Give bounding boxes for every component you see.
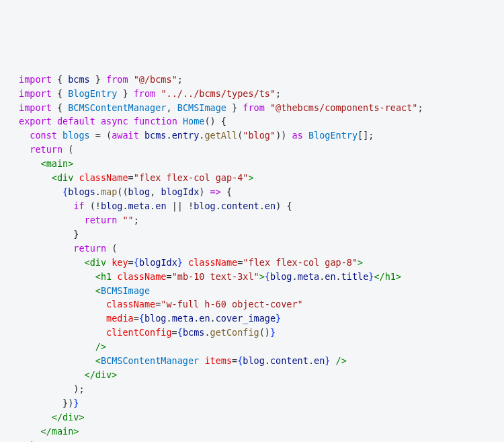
punct: } [90, 74, 106, 85]
string: "flex flex-col gap-4" [134, 172, 249, 183]
jsx-close: > [112, 369, 117, 380]
attr-classname: className [79, 172, 128, 183]
ident-content: content [221, 200, 259, 211]
indent [19, 327, 106, 338]
punct: = [128, 257, 134, 268]
code-block: import { bcms } from "@/bcms"; import { … [19, 73, 485, 442]
indent [19, 355, 95, 366]
brace: } [276, 313, 281, 324]
brace: { [265, 271, 270, 282]
jsx-tag-bcmsimage: BCMSImage [101, 285, 150, 296]
keyword-from: from [106, 74, 128, 85]
jsx-tag-main: main [52, 426, 74, 437]
string: "" [122, 215, 133, 225]
param-blogidx: blogIdx [161, 186, 199, 197]
ident-en: en [325, 271, 335, 282]
string: "w-full h-60 object-cover" [161, 299, 302, 309]
code-line: /> [19, 341, 106, 352]
jsx-open: < [85, 257, 90, 268]
indent [19, 130, 30, 141]
punct: ; [177, 74, 183, 85]
punct: . [95, 186, 101, 197]
punct: = [134, 313, 139, 324]
jsx-close: > [396, 271, 401, 282]
ident-content: content [270, 355, 308, 366]
punct: } [117, 88, 133, 99]
ident-en: en [199, 313, 210, 324]
type-blogentry: BlogEntry [68, 88, 117, 99]
attr-media: media [106, 313, 134, 324]
func-getconfig: getConfig [210, 327, 259, 338]
punct: = [172, 327, 177, 338]
punct: = [167, 271, 172, 282]
indent [19, 200, 73, 211]
code-line: export default async function Home() { [19, 116, 226, 126]
jsx-close: > [248, 172, 253, 183]
jsx-tag-div: div [57, 172, 73, 183]
space [265, 102, 270, 113]
ident-cover-image: cover_image [216, 313, 276, 324]
type-bcmsimage: BCMSImage [177, 102, 226, 113]
attr-key: key [112, 257, 128, 268]
keyword-export: export [19, 116, 52, 126]
string: "blog" [243, 130, 276, 141]
code-line: })} [19, 398, 79, 408]
indent [19, 341, 95, 352]
code-line: className="w-full h-60 object-cover" [19, 299, 303, 309]
ident-meta: meta [128, 200, 151, 211]
punct: . [265, 355, 270, 366]
indent [19, 412, 52, 422]
jsx-open: </ [374, 271, 384, 282]
jsx-tag-div: div [95, 369, 112, 380]
punct: ); [19, 440, 41, 442]
keyword-const: const [30, 130, 57, 141]
keyword-from: from [243, 102, 265, 113]
ident-blog: blog [101, 200, 123, 211]
brace: { [177, 327, 183, 338]
keyword-function: function [134, 116, 177, 126]
punct: } [226, 102, 243, 113]
indent [19, 257, 85, 268]
jsx-close: > [73, 426, 79, 437]
keyword-await: await [112, 130, 139, 141]
jsx-tag-h1: h1 [385, 271, 396, 282]
punct: ) [199, 186, 210, 197]
keyword-return: return [73, 243, 106, 254]
jsx-open: </ [41, 426, 52, 437]
punct: )) [276, 130, 292, 141]
space [128, 116, 134, 126]
jsx-open: < [95, 285, 101, 296]
var-blogs: blogs [62, 130, 90, 141]
string: "../../bcms/types/ts" [161, 88, 276, 99]
space [128, 74, 134, 85]
space [139, 130, 144, 141]
string: "flex flex-col gap-8" [243, 257, 358, 268]
keyword-async: async [101, 116, 128, 126]
indent [19, 299, 106, 309]
punct: . [259, 200, 265, 211]
indent [19, 285, 95, 296]
code-line: clientConfig={bcms.getConfig()} [19, 327, 276, 338]
code-line: return ( [19, 243, 117, 254]
space [330, 355, 335, 366]
ident-bcms: bcms [68, 74, 90, 85]
attr-classname: className [188, 257, 237, 268]
ident-en: en [314, 355, 325, 366]
attr-classname: className [117, 271, 166, 282]
punct: . [216, 200, 221, 211]
punct: . [336, 271, 341, 282]
punct: ; [276, 88, 281, 99]
code-line: {blogs.map((blog, blogIdx) => { [19, 186, 232, 197]
keyword-from: from [134, 88, 156, 99]
punct: () [259, 327, 270, 338]
jsx-close: > [79, 412, 84, 422]
indent [19, 369, 85, 380]
jsx-open: </ [52, 412, 62, 422]
punct: { [52, 88, 68, 99]
punct: = [232, 355, 237, 366]
indent [19, 313, 106, 324]
indent [19, 215, 85, 225]
punct: { [52, 102, 68, 113]
jsx-tag-main: main [46, 158, 69, 169]
keyword-import: import [19, 88, 52, 99]
